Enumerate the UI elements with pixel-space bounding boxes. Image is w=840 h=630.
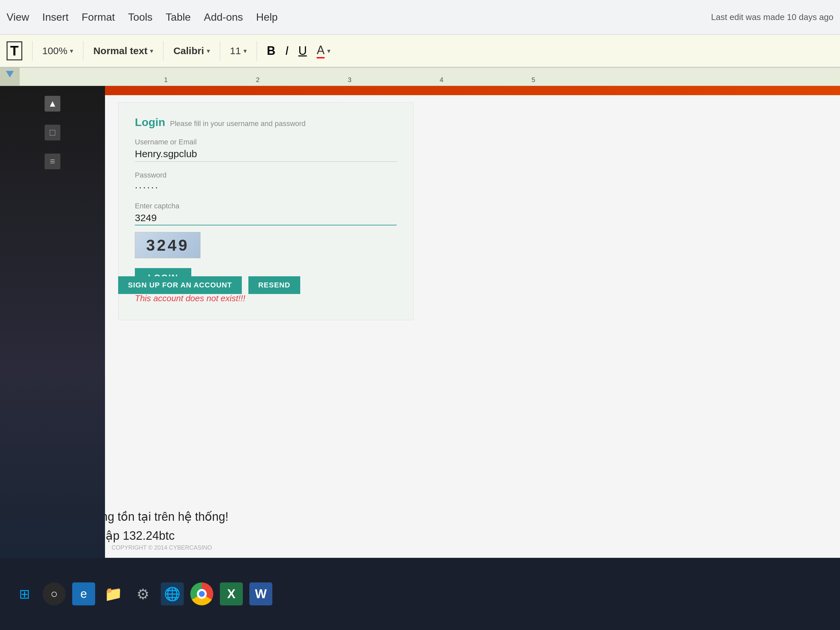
ruler-tick-1: 1 bbox=[164, 76, 168, 84]
page-content: Login Please fill in your username and p… bbox=[105, 86, 840, 558]
font-arrow-icon: ▾ bbox=[207, 47, 210, 55]
error-message: This account does not exist!!! bbox=[135, 293, 397, 303]
resend-button[interactable]: RESEND bbox=[248, 276, 300, 294]
username-group: Username or Email Henry.sgpclub bbox=[135, 138, 397, 162]
menu-view[interactable]: View bbox=[6, 11, 29, 23]
toolbar-divider-3 bbox=[163, 41, 163, 61]
login-subtitle: Please fill in your username and passwor… bbox=[170, 120, 305, 128]
text-color-button[interactable]: A ▾ bbox=[317, 43, 330, 58]
ruler-main: 1 2 3 4 5 bbox=[105, 68, 840, 86]
captcha-display: 3249 bbox=[146, 236, 189, 254]
taskbar-folder-icon[interactable]: 📁 bbox=[102, 583, 125, 605]
password-value[interactable]: ······ bbox=[135, 182, 397, 193]
menu-tools[interactable]: Tools bbox=[128, 11, 153, 23]
menu-addons[interactable]: Add-ons bbox=[204, 11, 243, 23]
bottom-buttons: SIGN UP FOR AN ACCOUNT RESEND bbox=[118, 276, 300, 294]
captcha-label: Enter captcha bbox=[135, 202, 397, 210]
password-label: Password bbox=[135, 171, 397, 180]
menu-help[interactable]: Help bbox=[256, 11, 278, 23]
captcha-image: 3249 bbox=[135, 232, 201, 258]
username-label: Username or Email bbox=[135, 138, 397, 146]
style-selector[interactable]: Normal text ▾ bbox=[93, 45, 153, 57]
left-sidebar: ▲ □ ≡ bbox=[0, 86, 105, 558]
sidebar-icon-up[interactable]: ▲ bbox=[45, 96, 60, 112]
menu-table[interactable]: Table bbox=[166, 11, 191, 23]
toolbar-divider-5 bbox=[257, 41, 257, 61]
underline-button[interactable]: U bbox=[298, 44, 307, 58]
taskbar-windows-icon[interactable]: ⊞ bbox=[13, 583, 36, 605]
font-size-selector[interactable]: 11 ▾ bbox=[230, 45, 247, 57]
taskbar-network-icon[interactable]: 🌐 bbox=[161, 583, 184, 605]
signup-button[interactable]: SIGN UP FOR AN ACCOUNT bbox=[118, 276, 242, 294]
login-heading: Login Please fill in your username and p… bbox=[135, 116, 397, 129]
menu-format[interactable]: Format bbox=[82, 11, 115, 23]
text-format-icon[interactable]: T bbox=[6, 41, 22, 60]
ruler-tick-5: 5 bbox=[532, 76, 535, 84]
color-arrow-icon: ▾ bbox=[327, 47, 330, 55]
zoom-arrow-icon: ▾ bbox=[70, 47, 73, 55]
font-selector[interactable]: Calibri ▾ bbox=[173, 45, 210, 57]
zoom-selector[interactable]: 100% ▾ bbox=[42, 45, 74, 57]
size-arrow-icon: ▾ bbox=[243, 47, 247, 55]
ruler-indent-marker bbox=[0, 68, 20, 86]
bold-button[interactable]: B bbox=[267, 44, 275, 58]
taskbar: ⊞ ○ e 📁 ⚙ 🌐 X W bbox=[0, 558, 840, 630]
last-edit-label: Last edit was made 10 days ago bbox=[711, 12, 834, 22]
menu-bar: View Insert Format Tools Table Add-ons H… bbox=[0, 0, 840, 35]
sidebar-icon-doc[interactable]: □ bbox=[45, 125, 60, 141]
taskbar-settings-icon[interactable]: ⚙ bbox=[131, 583, 154, 605]
taskbar-search-icon[interactable]: ○ bbox=[43, 583, 66, 605]
ruler-left bbox=[0, 68, 105, 86]
style-arrow-icon: ▾ bbox=[150, 47, 153, 55]
login-title: Login bbox=[135, 116, 165, 128]
ruler-triangle-icon bbox=[6, 71, 14, 77]
toolbar: T 100% ▾ Normal text ▾ Calibri ▾ 11 ▾ B … bbox=[0, 35, 840, 68]
taskbar-word-icon[interactable]: W bbox=[249, 583, 272, 605]
taskbar-chrome-icon[interactable] bbox=[190, 583, 213, 605]
ruler-tick-2: 2 bbox=[256, 76, 259, 84]
menu-insert[interactable]: Insert bbox=[42, 11, 69, 23]
toolbar-divider-4 bbox=[220, 41, 220, 61]
taskbar-edge-icon[interactable]: e bbox=[72, 583, 95, 605]
italic-button[interactable]: I bbox=[285, 44, 289, 58]
toolbar-divider-1 bbox=[32, 41, 33, 61]
captcha-group: Enter captcha 3249 bbox=[135, 202, 397, 226]
ruler-tick-4: 4 bbox=[440, 76, 443, 84]
ruler-tick-3: 3 bbox=[348, 76, 351, 84]
captcha-input[interactable]: 3249 bbox=[135, 212, 397, 226]
password-group: Password ······ bbox=[135, 171, 397, 193]
red-accent-bar bbox=[105, 86, 840, 95]
username-value[interactable]: Henry.sgpclub bbox=[135, 148, 397, 162]
taskbar-excel-icon[interactable]: X bbox=[220, 583, 243, 605]
sidebar-icon-menu[interactable]: ≡ bbox=[45, 153, 60, 169]
